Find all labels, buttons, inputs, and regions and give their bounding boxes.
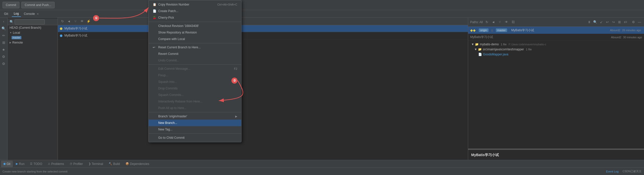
reset-icon: ↩ xyxy=(153,46,157,49)
ctx-squash-into[interactable]: Squash Into... xyxy=(149,79,241,85)
bookmark-icon[interactable]: ★ xyxy=(1,47,7,52)
filter-icon[interactable]: ⚡ xyxy=(86,19,91,24)
log-list: MyBatis学习小试 MyBatis学习小试 xyxy=(58,25,468,167)
patch-icon: 📄 xyxy=(153,9,157,13)
file-icon: 📄 xyxy=(478,53,482,56)
remote-branch-group[interactable]: ▶ Remote xyxy=(8,40,58,45)
annotation-1: ① xyxy=(93,15,99,21)
bottom-tab-problems[interactable]: ⚠ Problems xyxy=(45,161,67,167)
right-chain-icon[interactable]: ⛓ xyxy=(510,20,515,25)
search-right-icon[interactable]: 🔍 xyxy=(593,20,598,25)
search-icon[interactable]: 🔍 xyxy=(1,26,7,31)
left-arrow-icon[interactable]: ◄ xyxy=(66,19,71,24)
sub-folder[interactable]: ▼ 📁 src\main\java\com\test\mapper 1 file xyxy=(468,47,644,52)
ctx-create-patch[interactable]: 📄Create Patch... xyxy=(149,8,241,14)
ctx-drop-commits[interactable]: Drop Commits xyxy=(149,85,241,92)
build-icon: 🔨 xyxy=(109,162,112,165)
bottom-tab-build[interactable]: 🔨 Build xyxy=(106,161,123,167)
ctx-compare-local[interactable]: Compare with Local xyxy=(149,36,241,42)
cherry-icon: 🍒 xyxy=(153,16,157,19)
bottom-tab-run[interactable]: ▶ Run xyxy=(13,161,27,167)
right-refresh-icon[interactable]: ↻ xyxy=(484,20,489,25)
tab-console[interactable]: Console ✕ xyxy=(22,11,41,17)
ctx-reset-branch[interactable]: ↩Reset Current Branch to Here... xyxy=(149,44,241,51)
bottom-tab-git[interactable]: Git xyxy=(1,161,13,167)
edit-icon[interactable]: ✏ xyxy=(1,33,7,38)
ctx-sep1 xyxy=(149,22,241,22)
log-row-0[interactable]: MyBatis学习小试 xyxy=(58,25,468,32)
ctx-goto-child[interactable]: Go to Child Commit xyxy=(149,134,241,141)
gear-icon[interactable]: ⚙ xyxy=(1,54,7,59)
header-time-text: 26 minutes ago xyxy=(622,29,641,32)
refresh-icon[interactable]: ↻ xyxy=(60,19,65,24)
pause-icon[interactable]: ⏸ xyxy=(587,20,592,25)
bottom-tab-profiler[interactable]: ⏱ Profiler xyxy=(67,161,86,167)
settings2-icon[interactable]: ⚙ xyxy=(631,20,636,25)
dependencies-icon: 📦 xyxy=(126,162,129,165)
arrow-left-icon[interactable]: ‹ xyxy=(1,19,7,24)
ctx-sep4 xyxy=(149,112,241,112)
copy-icon: 📋 xyxy=(153,3,157,6)
tab-log[interactable]: Log xyxy=(12,11,21,17)
console-close-icon[interactable]: ✕ xyxy=(37,13,39,15)
local-branch-group[interactable]: ▼ Local xyxy=(8,30,58,35)
branch-panel: 🔍 HEAD (Current Branch) ▼ Local master ▶… xyxy=(8,18,58,167)
master-branch-item[interactable]: master xyxy=(8,35,58,40)
commit-push-button[interactable]: Commit and Push... xyxy=(21,2,54,8)
bottom-tab-terminal[interactable]: ❯ Terminal xyxy=(86,161,106,167)
branch-search-input[interactable] xyxy=(15,19,45,24)
ctx-checkout[interactable]: Checkout Revision '16843408' xyxy=(149,23,241,29)
ctx-cherry-pick[interactable]: 🍒Cherry-Pick xyxy=(149,14,241,21)
right-left-icon[interactable]: ◄ xyxy=(491,20,496,25)
java-file[interactable]: 📄 GoodsMapper.java xyxy=(468,52,644,57)
head-branch-item[interactable]: HEAD (Current Branch) xyxy=(8,25,58,30)
settings-icon[interactable]: ⚙ xyxy=(1,61,7,66)
ctx-edit-commit-msg[interactable]: Edit Commit Message... F2 xyxy=(149,65,241,72)
status-message: Create new branch starting from the sele… xyxy=(3,170,67,173)
problems-icon: ⚠ xyxy=(48,162,50,165)
log-row2[interactable]: MyBatis学习小试 Absurd2 30 minutes ago xyxy=(468,34,644,41)
submenu-arrow-icon: ▶ xyxy=(235,115,237,118)
csdn-label: CSDN已被关注 xyxy=(623,169,641,173)
collapse-icon[interactable]: ↙ xyxy=(599,20,604,25)
ctx-push-all[interactable]: Push All up to Here... xyxy=(149,105,241,111)
ctx-interactively-rebase[interactable]: Interactively Rebase from Here... xyxy=(149,98,241,105)
grid-icon[interactable]: ⊞ xyxy=(617,20,622,25)
bottom-tab-dependencies[interactable]: 📦 Dependencies xyxy=(123,161,152,167)
ctx-new-branch[interactable]: New Branch... xyxy=(149,120,241,126)
branch-icon[interactable]: ⑂ xyxy=(73,19,78,24)
profiler-icon: ⏱ xyxy=(70,162,72,165)
subfolder-icon: ▼ 📁 xyxy=(474,48,482,51)
git-dot xyxy=(4,163,6,165)
structure-icon[interactable]: ⊞ xyxy=(1,40,7,45)
ctx-undo-commit[interactable]: Undo Commit... xyxy=(149,57,241,64)
ctx-fixup[interactable]: Fixup... xyxy=(149,72,241,79)
ctx-squash-commits[interactable]: Squash Commits... xyxy=(149,92,241,98)
ctx-show-repo[interactable]: Show Repository at Revision xyxy=(149,29,241,36)
left-sidebar-icons: ‹ 🔍 ✏ ⊞ ★ ⚙ ⚙ » xyxy=(0,18,8,167)
right-eye-icon[interactable]: 👁 xyxy=(504,20,509,25)
tag-filter-icon[interactable]: 🏷 xyxy=(623,20,628,25)
log-row2-meta: Absurd2 30 minutes ago xyxy=(611,36,642,39)
root-folder[interactable]: ▼ 📁 mybatis-demo 1 file F:\Java code\mav… xyxy=(468,42,644,47)
event-log-link[interactable]: Event Log xyxy=(606,170,619,173)
ctx-revert-commit[interactable]: Revert Commit xyxy=(149,51,241,57)
ctx-branch-origin[interactable]: Branch 'origin/master' ▶ xyxy=(149,113,241,120)
origin-tag: origin xyxy=(479,28,489,32)
bottom-tab-todo[interactable]: ☰ TODO xyxy=(27,161,45,167)
annotation-2: ② xyxy=(231,78,237,84)
log-header-row[interactable]: ◆◆ origin & master MyBatis学习小试 Absurd2 2… xyxy=(468,27,644,34)
undo-icon[interactable]: ↩ xyxy=(605,20,610,25)
minus-icon[interactable]: — xyxy=(637,20,642,25)
bottom-tab-bar: Git ▶ Run ☰ TODO ⚠ Problems ⏱ Profiler ❯… xyxy=(0,160,644,167)
terminal-icon: ❯ xyxy=(89,162,91,165)
redo-icon[interactable]: ↪ xyxy=(611,20,616,25)
diamond-icon: ◆◆ xyxy=(470,28,476,32)
eye-icon[interactable]: 👁 xyxy=(79,19,85,24)
todo-icon: ☰ xyxy=(30,162,32,165)
log-row-1[interactable]: MyBatis学习小试 xyxy=(58,32,468,39)
right-branch-icon[interactable]: ⑂ xyxy=(497,20,502,25)
commit-button[interactable]: Commit xyxy=(3,2,19,8)
ctx-new-tag[interactable]: New Tag... xyxy=(149,126,241,133)
ctx-copy-revision[interactable]: 📋Copy Revision Number Ctrl+Alt+Shift+C xyxy=(149,1,241,8)
